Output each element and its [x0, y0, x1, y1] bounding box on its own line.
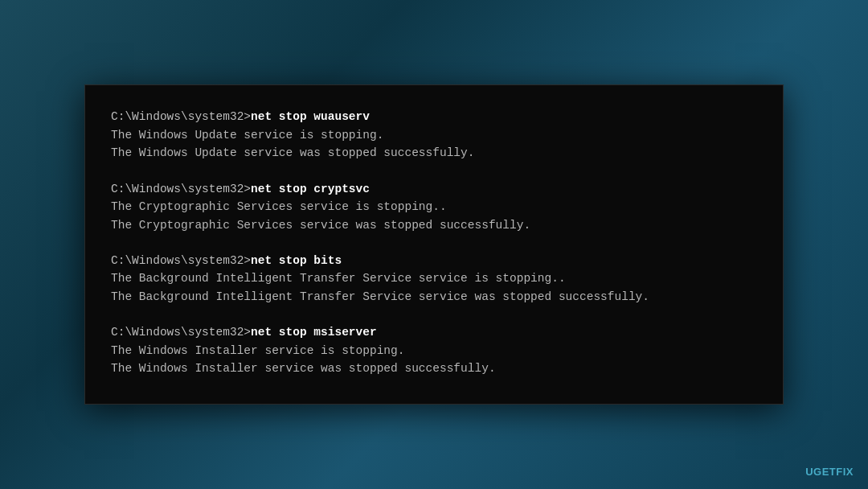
watermark-text: UGETFIX: [805, 466, 854, 478]
output-line-2-0: The Background Intelligent Transfer Serv…: [111, 269, 757, 287]
cmd-line-0: C:\Windows\system32>net stop wuauserv: [111, 108, 757, 125]
prompt-3: C:\Windows\system32>: [111, 326, 251, 339]
output-line-1-0: The Cryptographic Services service is st…: [111, 198, 757, 216]
prompt-0: C:\Windows\system32>: [111, 110, 251, 123]
cmd-line-1: C:\Windows\system32>net stop cryptsvc: [111, 180, 757, 198]
command-1: net stop cryptsvc: [251, 183, 370, 195]
prompt-2: C:\Windows\system32>: [111, 254, 251, 267]
output-line-2-1: The Background Intelligent Transfer Serv…: [111, 288, 757, 306]
output-line-3-1: The Windows Installer service was stoppe…: [111, 360, 757, 377]
cmd-block-0: C:\Windows\system32>net stop wuauservThe…: [111, 108, 757, 162]
prompt-1: C:\Windows\system32>: [111, 183, 251, 195]
command-2: net stop bits: [251, 254, 342, 267]
output-line-0-1: The Windows Update service was stopped s…: [111, 144, 757, 162]
cmd-line-2: C:\Windows\system32>net stop bits: [111, 252, 757, 269]
command-0: net stop wuauserv: [251, 110, 370, 123]
output-line-1-1: The Cryptographic Services service was s…: [111, 216, 757, 234]
terminal-window: C:\Windows\system32>net stop wuauservThe…: [84, 84, 784, 405]
output-line-3-0: The Windows Installer service is stoppin…: [111, 342, 757, 360]
terminal-content: C:\Windows\system32>net stop wuauservThe…: [111, 108, 757, 378]
watermark: UGETFIX: [805, 466, 854, 478]
cmd-block-3: C:\Windows\system32>net stop msiserverTh…: [111, 323, 757, 377]
cmd-block-2: C:\Windows\system32>net stop bitsThe Bac…: [111, 252, 757, 306]
cmd-line-3: C:\Windows\system32>net stop msiserver: [111, 323, 757, 341]
cmd-block-1: C:\Windows\system32>net stop cryptsvcThe…: [111, 180, 757, 234]
command-3: net stop msiserver: [251, 326, 377, 339]
output-line-0-0: The Windows Update service is stopping.: [111, 126, 757, 144]
